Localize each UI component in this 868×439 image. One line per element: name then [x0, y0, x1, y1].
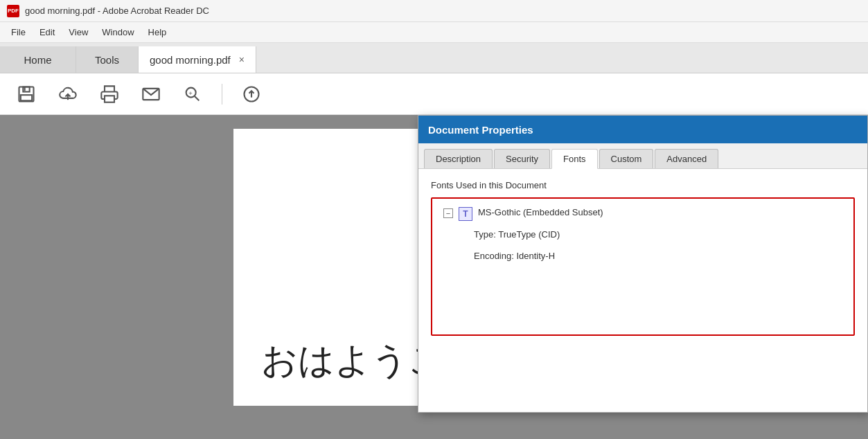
window-title: good morning.pdf - Adobe Acrobat Reader …: [25, 6, 209, 16]
font-type-detail: Type: TrueType (CID): [474, 229, 842, 240]
tab-custom[interactable]: Custom: [599, 149, 654, 168]
save-button[interactable]: [14, 82, 39, 107]
tab-home[interactable]: Home: [0, 46, 76, 73]
dialog-title-bar: Document Properties: [418, 116, 867, 143]
font-type-icon: T: [459, 207, 472, 221]
tab-document[interactable]: good morning.pdf ×: [139, 46, 256, 73]
tab-description[interactable]: Description: [424, 149, 493, 168]
email-button[interactable]: [139, 82, 163, 107]
toolbar: +: [0, 73, 868, 115]
menu-edit[interactable]: Edit: [33, 24, 62, 40]
main-content: おはようござい Document Properties Description …: [0, 115, 868, 439]
tab-security[interactable]: Security: [494, 149, 550, 168]
fonts-section-label: Fonts Used in this Document: [431, 180, 855, 190]
font-encoding-detail: Encoding: Identity-H: [474, 251, 842, 261]
tab-advanced[interactable]: Advanced: [655, 149, 718, 168]
font-expand-icon[interactable]: −: [443, 208, 453, 218]
svg-line-7: [195, 96, 199, 100]
menu-file[interactable]: File: [4, 24, 33, 40]
svg-rect-4: [105, 96, 114, 102]
tab-tools[interactable]: Tools: [76, 46, 139, 73]
toolbar-separator: [222, 84, 222, 105]
app-icon: PDF: [7, 5, 19, 17]
dialog-body: Fonts Used in this Document − T MS-Gothi…: [418, 169, 867, 347]
font-name: MS-Gothic (Embedded Subset): [478, 207, 603, 217]
fonts-tree[interactable]: − T MS-Gothic (Embedded Subset) Type: Tr…: [431, 197, 855, 336]
dialog-tabs: Description Security Fonts Custom Advanc…: [418, 143, 867, 169]
svg-text:+: +: [188, 90, 192, 97]
tab-close-button[interactable]: ×: [239, 54, 245, 65]
menu-view[interactable]: View: [62, 24, 95, 40]
menu-help[interactable]: Help: [141, 24, 174, 40]
search-button[interactable]: +: [180, 82, 205, 107]
dialog-title: Document Properties: [428, 124, 533, 136]
font-details: Type: TrueType (CID) Encoding: Identity-…: [443, 229, 842, 261]
title-bar: PDF good morning.pdf - Adobe Acrobat Rea…: [0, 0, 868, 22]
menu-window[interactable]: Window: [95, 24, 141, 40]
share-button[interactable]: [239, 82, 264, 107]
upload-button[interactable]: [55, 82, 80, 107]
menu-bar: File Edit View Window Help: [0, 22, 868, 43]
tab-bar: Home Tools good morning.pdf ×: [0, 43, 868, 73]
tab-fonts[interactable]: Fonts: [551, 149, 598, 169]
document-properties-dialog: Document Properties Description Security…: [418, 115, 868, 413]
print-button[interactable]: [97, 82, 122, 107]
svg-rect-2: [21, 95, 32, 100]
font-item: − T MS-Gothic (Embedded Subset): [443, 207, 842, 221]
